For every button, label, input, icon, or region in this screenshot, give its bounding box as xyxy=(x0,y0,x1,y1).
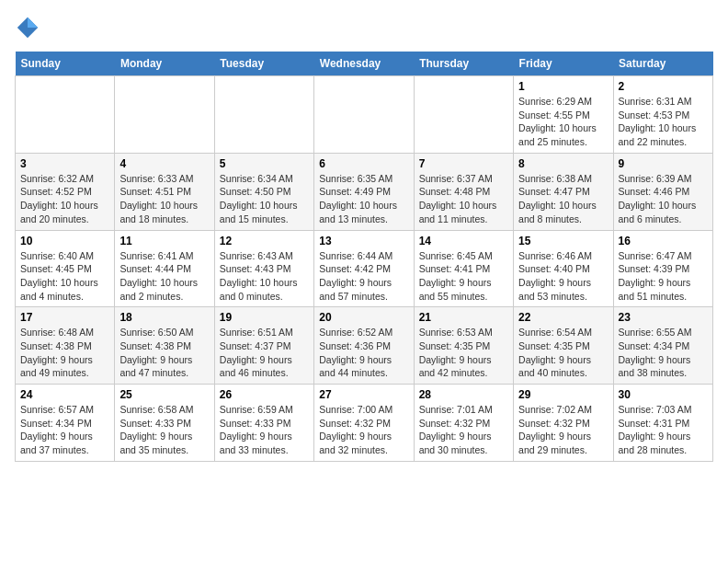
day-number: 1 xyxy=(518,80,608,93)
day-info: Sunrise: 6:51 AM Sunset: 4:37 PM Dayligh… xyxy=(220,326,309,380)
day-info: Sunrise: 6:54 AM Sunset: 4:35 PM Dayligh… xyxy=(518,326,608,380)
day-info: Sunrise: 6:40 AM Sunset: 4:45 PM Dayligh… xyxy=(20,249,109,304)
calendar-cell: 14Sunrise: 6:45 AM Sunset: 4:41 PM Dayli… xyxy=(414,230,513,307)
calendar-cell: 11Sunrise: 6:41 AM Sunset: 4:44 PM Dayli… xyxy=(115,230,214,307)
week-row-4: 17Sunrise: 6:48 AM Sunset: 4:38 PM Dayli… xyxy=(16,307,713,385)
day-info: Sunrise: 6:59 AM Sunset: 4:33 PM Dayligh… xyxy=(220,403,309,457)
day-info: Sunrise: 6:48 AM Sunset: 4:38 PM Dayligh… xyxy=(20,326,109,380)
day-number: 30 xyxy=(619,388,708,401)
day-info: Sunrise: 6:37 AM Sunset: 4:48 PM Dayligh… xyxy=(419,172,508,226)
calendar-cell xyxy=(16,76,115,154)
calendar-cell: 3Sunrise: 6:32 AM Sunset: 4:52 PM Daylig… xyxy=(16,153,115,230)
calendar-cell: 23Sunrise: 6:55 AM Sunset: 4:34 PM Dayli… xyxy=(613,307,712,385)
page-header xyxy=(15,15,713,40)
day-number: 23 xyxy=(619,311,708,324)
calendar-cell: 2Sunrise: 6:31 AM Sunset: 4:53 PM Daylig… xyxy=(613,76,712,154)
calendar-cell: 29Sunrise: 7:02 AM Sunset: 4:32 PM Dayli… xyxy=(514,385,613,462)
day-number: 4 xyxy=(119,157,209,170)
day-info: Sunrise: 6:33 AM Sunset: 4:51 PM Dayligh… xyxy=(119,172,209,226)
day-number: 6 xyxy=(319,157,408,170)
calendar-cell: 16Sunrise: 6:47 AM Sunset: 4:39 PM Dayli… xyxy=(613,230,712,307)
day-number: 21 xyxy=(419,311,508,324)
day-number: 5 xyxy=(220,157,309,170)
day-info: Sunrise: 7:02 AM Sunset: 4:32 PM Dayligh… xyxy=(518,403,608,457)
calendar-cell: 15Sunrise: 6:46 AM Sunset: 4:40 PM Dayli… xyxy=(514,230,613,307)
calendar-cell: 19Sunrise: 6:51 AM Sunset: 4:37 PM Dayli… xyxy=(214,307,313,385)
calendar-table: SundayMondayTuesdayWednesdayThursdayFrid… xyxy=(15,52,713,462)
logo-icon xyxy=(15,15,40,40)
header-wednesday: Wednesday xyxy=(314,52,414,76)
header-thursday: Thursday xyxy=(414,52,513,76)
day-info: Sunrise: 6:58 AM Sunset: 4:33 PM Dayligh… xyxy=(119,403,209,457)
day-info: Sunrise: 6:47 AM Sunset: 4:39 PM Dayligh… xyxy=(619,249,708,304)
calendar-cell: 18Sunrise: 6:50 AM Sunset: 4:38 PM Dayli… xyxy=(115,307,214,385)
day-number: 29 xyxy=(518,388,608,401)
svg-marker-1 xyxy=(28,17,38,28)
day-info: Sunrise: 6:32 AM Sunset: 4:52 PM Dayligh… xyxy=(20,172,109,226)
calendar-cell: 22Sunrise: 6:54 AM Sunset: 4:35 PM Dayli… xyxy=(514,307,613,385)
day-info: Sunrise: 7:01 AM Sunset: 4:32 PM Dayligh… xyxy=(419,403,508,457)
day-info: Sunrise: 6:41 AM Sunset: 4:44 PM Dayligh… xyxy=(119,249,209,304)
calendar-cell xyxy=(314,76,414,154)
day-info: Sunrise: 6:34 AM Sunset: 4:50 PM Dayligh… xyxy=(220,172,309,226)
day-info: Sunrise: 6:52 AM Sunset: 4:36 PM Dayligh… xyxy=(319,326,408,380)
day-info: Sunrise: 6:46 AM Sunset: 4:40 PM Dayligh… xyxy=(518,249,608,304)
day-number: 22 xyxy=(518,311,608,324)
calendar-cell xyxy=(414,76,513,154)
week-row-2: 3Sunrise: 6:32 AM Sunset: 4:52 PM Daylig… xyxy=(16,153,713,230)
calendar-cell: 24Sunrise: 6:57 AM Sunset: 4:34 PM Dayli… xyxy=(16,385,115,462)
calendar-cell: 17Sunrise: 6:48 AM Sunset: 4:38 PM Dayli… xyxy=(16,307,115,385)
calendar-cell: 5Sunrise: 6:34 AM Sunset: 4:50 PM Daylig… xyxy=(214,153,313,230)
day-info: Sunrise: 6:45 AM Sunset: 4:41 PM Dayligh… xyxy=(419,249,508,304)
calendar-cell: 25Sunrise: 6:58 AM Sunset: 4:33 PM Dayli… xyxy=(115,385,214,462)
day-info: Sunrise: 6:44 AM Sunset: 4:42 PM Dayligh… xyxy=(319,249,408,304)
day-info: Sunrise: 6:55 AM Sunset: 4:34 PM Dayligh… xyxy=(619,326,708,380)
day-number: 26 xyxy=(220,388,309,401)
day-number: 24 xyxy=(20,388,109,401)
day-number: 18 xyxy=(119,311,209,324)
calendar-cell: 8Sunrise: 6:38 AM Sunset: 4:47 PM Daylig… xyxy=(514,153,613,230)
calendar-cell: 27Sunrise: 7:00 AM Sunset: 4:32 PM Dayli… xyxy=(314,385,414,462)
day-number: 19 xyxy=(220,311,309,324)
day-info: Sunrise: 6:50 AM Sunset: 4:38 PM Dayligh… xyxy=(119,326,209,380)
day-info: Sunrise: 6:43 AM Sunset: 4:43 PM Dayligh… xyxy=(220,249,309,304)
day-info: Sunrise: 6:29 AM Sunset: 4:55 PM Dayligh… xyxy=(518,95,608,149)
day-number: 13 xyxy=(319,235,408,247)
day-number: 2 xyxy=(619,80,708,93)
day-info: Sunrise: 6:38 AM Sunset: 4:47 PM Dayligh… xyxy=(518,172,608,226)
calendar-cell: 6Sunrise: 6:35 AM Sunset: 4:49 PM Daylig… xyxy=(314,153,414,230)
calendar-cell: 7Sunrise: 6:37 AM Sunset: 4:48 PM Daylig… xyxy=(414,153,513,230)
day-number: 9 xyxy=(619,157,708,170)
day-number: 7 xyxy=(419,157,508,170)
calendar-cell: 12Sunrise: 6:43 AM Sunset: 4:43 PM Dayli… xyxy=(214,230,313,307)
day-info: Sunrise: 6:35 AM Sunset: 4:49 PM Dayligh… xyxy=(319,172,408,226)
calendar-cell: 20Sunrise: 6:52 AM Sunset: 4:36 PM Dayli… xyxy=(314,307,414,385)
day-number: 17 xyxy=(20,311,109,324)
day-number: 16 xyxy=(619,235,708,247)
calendar-cell: 1Sunrise: 6:29 AM Sunset: 4:55 PM Daylig… xyxy=(514,76,613,154)
calendar-cell: 4Sunrise: 6:33 AM Sunset: 4:51 PM Daylig… xyxy=(115,153,214,230)
header-monday: Monday xyxy=(115,52,214,76)
day-number: 12 xyxy=(220,235,309,247)
calendar-cell: 9Sunrise: 6:39 AM Sunset: 4:46 PM Daylig… xyxy=(613,153,712,230)
day-info: Sunrise: 6:57 AM Sunset: 4:34 PM Dayligh… xyxy=(20,403,109,457)
week-row-1: 1Sunrise: 6:29 AM Sunset: 4:55 PM Daylig… xyxy=(16,76,713,154)
calendar-cell: 10Sunrise: 6:40 AM Sunset: 4:45 PM Dayli… xyxy=(16,230,115,307)
calendar-cell: 30Sunrise: 7:03 AM Sunset: 4:31 PM Dayli… xyxy=(613,385,712,462)
calendar-cell xyxy=(115,76,214,154)
day-number: 28 xyxy=(419,388,508,401)
week-row-3: 10Sunrise: 6:40 AM Sunset: 4:45 PM Dayli… xyxy=(16,230,713,307)
day-number: 27 xyxy=(319,388,408,401)
day-number: 25 xyxy=(119,388,209,401)
calendar-cell: 13Sunrise: 6:44 AM Sunset: 4:42 PM Dayli… xyxy=(314,230,414,307)
week-row-5: 24Sunrise: 6:57 AM Sunset: 4:34 PM Dayli… xyxy=(16,385,713,462)
day-info: Sunrise: 7:03 AM Sunset: 4:31 PM Dayligh… xyxy=(619,403,708,457)
day-number: 15 xyxy=(518,235,608,247)
day-info: Sunrise: 6:39 AM Sunset: 4:46 PM Dayligh… xyxy=(619,172,708,226)
calendar-body: 1Sunrise: 6:29 AM Sunset: 4:55 PM Daylig… xyxy=(16,76,713,462)
calendar-cell: 21Sunrise: 6:53 AM Sunset: 4:35 PM Dayli… xyxy=(414,307,513,385)
calendar-cell: 26Sunrise: 6:59 AM Sunset: 4:33 PM Dayli… xyxy=(214,385,313,462)
day-number: 14 xyxy=(419,235,508,247)
day-number: 20 xyxy=(319,311,408,324)
logo xyxy=(15,15,44,40)
